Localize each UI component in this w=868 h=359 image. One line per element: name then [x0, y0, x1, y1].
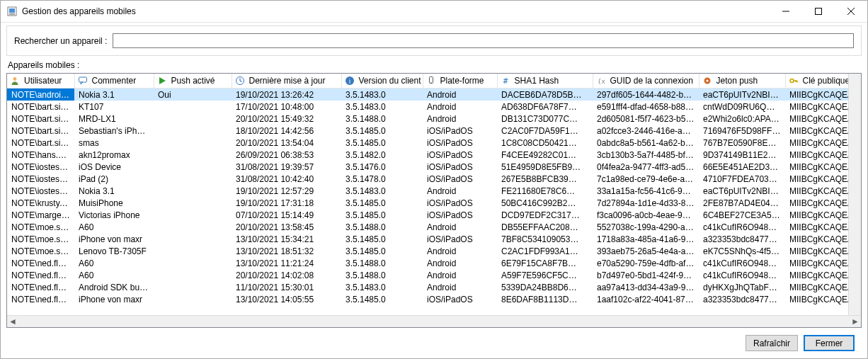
cell-pubkey: MIIBCgKCAQEAuIX/5r: [785, 245, 848, 257]
scroll-left-icon[interactable]: ◄: [8, 317, 17, 326]
table-row[interactable]: NOTE\bart.simp…MRD-LX120/10/2021 15:49:3…: [7, 113, 848, 125]
cell-platform: Android: [423, 89, 497, 101]
col-pubkey[interactable]: Clé publique: [785, 74, 848, 89]
cell-guid: 7c1a98ed-ce79-4e6e-a8…: [593, 173, 699, 185]
cell-token: c41kCufIR6O948n…: [699, 221, 785, 233]
cell-token: cntWdD09RU6QN…: [699, 101, 785, 113]
cell-comment: iPad (2): [74, 173, 154, 185]
cell-version: 3.5.1488.0: [341, 221, 423, 233]
cell-version: 3.5.1483.0: [341, 185, 423, 197]
table-row[interactable]: NOTE\androidte…Nokia 3.1Oui19/10/2021 13…: [7, 89, 848, 101]
svg-text:{x}: {x}: [598, 78, 606, 85]
cell-user: NOTE\iostestuser: [7, 173, 74, 185]
table-row[interactable]: NOTE\ned.fland…A6013/10/2021 11:21:243.5…: [7, 257, 848, 269]
user-icon: [10, 76, 20, 86]
cell-comment: MRD-LX1: [74, 113, 154, 125]
info-icon: i: [345, 76, 355, 86]
list-label: Appareils mobiles :: [8, 60, 862, 70]
cell-token: a323353bdc8477…: [699, 293, 785, 305]
cell-user: NOTE\moe.szyslak: [7, 233, 74, 245]
cell-version: 3.5.1482.0: [341, 149, 423, 161]
col-updated[interactable]: Dernière mise à jour: [232, 74, 341, 89]
col-platform[interactable]: Plate-forme: [423, 74, 497, 89]
cell-pubkey: MIIBCgKCAQEAu709uc: [785, 269, 848, 281]
cell-sha1: 51E4959D8E5FB9…: [497, 161, 593, 173]
cell-sha1: 1C8C08CD50421…: [497, 137, 593, 149]
maximize-button[interactable]: [802, 1, 835, 22]
search-input[interactable]: [113, 33, 854, 48]
cell-guid: 2d605081-f5f7-4623-b5…: [593, 113, 699, 125]
cell-token: c41kCufIR6O948n…: [699, 257, 785, 269]
cell-sha1: DCD97EDF2C317…: [497, 209, 593, 221]
cell-comment: Lenovo TB-7305F: [74, 245, 154, 257]
cell-comment: MuisiPhone: [74, 197, 154, 209]
cell-token: c41kCufIR6O948n…: [699, 269, 785, 281]
table-row[interactable]: NOTE\krusty.th…MuisiPhone19/10/2021 17:3…: [7, 197, 848, 209]
cell-user: NOTE\bart.simp…: [7, 113, 74, 125]
col-version[interactable]: i Version du client: [341, 74, 423, 89]
cell-updated: 13/10/2021 18:51:32: [232, 245, 341, 257]
table-row[interactable]: NOTE\ned.fland…iPhone von maxr13/10/2021…: [7, 293, 848, 305]
cell-push: [154, 293, 232, 305]
cell-push: [154, 197, 232, 209]
col-user[interactable]: Utilisateur: [7, 74, 74, 89]
col-comment[interactable]: Commenter: [74, 74, 154, 89]
cell-token: a323353bdc8477…: [699, 233, 785, 245]
table-row[interactable]: NOTE\bart.simp…smas20/10/2021 13:54:043.…: [7, 137, 848, 149]
table-row[interactable]: NOTE\moe.szyslakA6020/10/2021 13:58:453.…: [7, 221, 848, 233]
table-row[interactable]: NOTE\bart.simp…KT10717/10/2021 10:48:003…: [7, 101, 848, 113]
cell-token: eaCT6pUITv2NBI…: [699, 185, 785, 197]
table-row[interactable]: NOTE\iostestuseriPad (2)31/08/2021 10:42…: [7, 173, 848, 185]
cell-sha1: DB55EFFAAC208…: [497, 221, 593, 233]
cell-platform: iOS/iPadOS: [423, 149, 497, 161]
close-window-button[interactable]: [835, 1, 867, 22]
table-row[interactable]: NOTE\ned.fland…A6020/10/2021 14:02:083.5…: [7, 269, 848, 281]
cell-push: [154, 257, 232, 269]
cell-pubkey: MIIBCgKCAQEApwT7C: [785, 113, 848, 125]
col-push[interactable]: Push activé: [154, 74, 232, 89]
cell-comment: KT107: [74, 101, 154, 113]
scroll-right-icon[interactable]: ►: [851, 317, 860, 326]
cell-push: [154, 161, 232, 173]
cell-sha1: C2AC0F7DA59F1…: [497, 125, 593, 137]
cell-push: [154, 137, 232, 149]
col-guid[interactable]: {x} GUID de la connexion: [593, 74, 699, 89]
cell-comment: Sebastian's iPhoner: [74, 125, 154, 137]
table-row[interactable]: NOTE\iostestuserNokia 3.119/10/2021 12:5…: [7, 185, 848, 197]
table-row[interactable]: NOTE\moe.szyslakiPhone von maxr13/10/202…: [7, 233, 848, 245]
cell-pubkey: MIIBCgKCAQEAynaLJk: [785, 185, 848, 197]
col-token[interactable]: Jeton push: [699, 74, 785, 89]
cell-platform: Android: [423, 221, 497, 233]
cell-push: [154, 113, 232, 125]
cell-sha1: DB131C73D077C…: [497, 113, 593, 125]
table-row[interactable]: NOTE\moe.szyslakLenovo TB-7305F13/10/202…: [7, 245, 848, 257]
table-row[interactable]: NOTE\bart.simp…Sebastian's iPhoner18/10/…: [7, 125, 848, 137]
cell-version: 3.5.1485.0: [341, 125, 423, 137]
refresh-button[interactable]: Rafraîchir: [746, 335, 798, 351]
col-sha1[interactable]: # SHA1 Hash: [497, 74, 593, 89]
cell-token: 4710F7FDEA7036…: [699, 173, 785, 185]
cell-platform: Android: [423, 269, 497, 281]
table-row[interactable]: NOTE\marge.si…Victorias iPhone07/10/2021…: [7, 209, 848, 221]
cell-guid: 0f4fea2a-9477-4ff3-ad5…: [593, 161, 699, 173]
cell-updated: 20/10/2021 15:49:32: [232, 113, 341, 125]
table-row[interactable]: NOTE\hans.mol…akn12promax26/09/2021 06:3…: [7, 149, 848, 161]
cell-user: NOTE\hans.mol…: [7, 149, 74, 161]
cell-push: [154, 149, 232, 161]
cell-comment: Victorias iPhone: [74, 209, 154, 221]
cell-pubkey: MIIBCgKCAQEAu709uc: [785, 257, 848, 269]
horizontal-scrollbar[interactable]: ◄ ►: [7, 315, 861, 327]
cell-platform: Android: [423, 113, 497, 125]
vertical-scrollbar[interactable]: [848, 74, 861, 315]
cell-push: [154, 173, 232, 185]
cell-platform: Android: [423, 281, 497, 293]
close-button[interactable]: Fermer: [804, 335, 855, 351]
minimize-button[interactable]: [770, 1, 802, 22]
cell-pubkey: MIIBCgKCAQEA5TEqyl: [785, 149, 848, 161]
table-row[interactable]: NOTE\ned.fland…Android SDK built …11/10/…: [7, 281, 848, 293]
cell-user: NOTE\bart.simp…: [7, 137, 74, 149]
svg-text:#: #: [503, 76, 508, 86]
cell-user: NOTE\bart.simp…: [7, 125, 74, 137]
footer: Rafraîchir Fermer: [6, 328, 862, 358]
table-row[interactable]: NOTE\iostestuseriOS Device31/08/2021 19:…: [7, 161, 848, 173]
